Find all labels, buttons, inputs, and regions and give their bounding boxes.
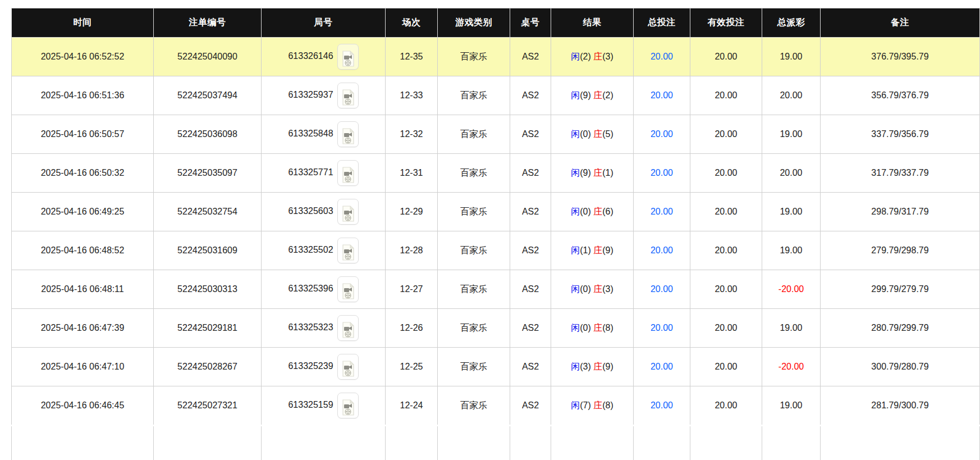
- cell-time: 2025-04-16 06:46:45: [12, 386, 154, 426]
- result-player-score: (2): [580, 52, 591, 61]
- cell-game-type: 百家乐: [438, 386, 510, 426]
- result-player-label: 闲: [571, 129, 580, 139]
- result-player-label: 闲: [571, 245, 580, 255]
- video-replay-button[interactable]: [337, 199, 359, 225]
- cell-remark: 337.79/356.79: [821, 115, 980, 154]
- result-player-label: 闲: [571, 284, 580, 294]
- cell-round-number: 613325502: [262, 231, 386, 270]
- cell-remark: 279.79/298.79: [821, 231, 980, 270]
- cell-total-bet-link[interactable]: 20.00: [634, 231, 690, 270]
- result-player-label: 闲: [571, 207, 580, 216]
- cell-bet-number: 522425040090: [154, 38, 262, 76]
- result-banker-score: (1): [602, 168, 613, 177]
- subtotal-label: 小计: [12, 426, 154, 460]
- cell-total-bet-link[interactable]: 20.00: [634, 76, 690, 115]
- cell-total-bet-link[interactable]: 20.00: [634, 348, 690, 386]
- video-replay-button[interactable]: [337, 121, 359, 147]
- subtotal-empty-session: [386, 426, 438, 460]
- result-banker-label: 庄: [593, 400, 602, 410]
- result-banker-score: (3): [602, 52, 613, 61]
- cell-total-bet-link[interactable]: 20.00: [634, 154, 690, 193]
- result-banker-label: 庄: [593, 52, 602, 61]
- subtotal-empty-round: [262, 426, 386, 460]
- cell-total-bet-link[interactable]: 20.00: [634, 38, 690, 76]
- cell-bet-number: 522425037494: [154, 76, 262, 115]
- column-header-round_no: 局号: [262, 8, 386, 38]
- table-row[interactable]: 2025-04-16 06:51:36522425037494613325937…: [12, 76, 980, 115]
- cell-table-number: AS2: [510, 348, 551, 386]
- video-replay-button[interactable]: [337, 83, 359, 108]
- table-row[interactable]: 2025-04-16 06:50:32522425035097613325771…: [12, 154, 980, 193]
- subtotal-count: 10: [154, 426, 262, 460]
- video-file-icon: [341, 128, 355, 145]
- cell-time: 2025-04-16 06:49:25: [12, 193, 154, 231]
- subtotal-empty-result: [551, 426, 634, 460]
- video-file-icon: [341, 322, 355, 339]
- video-replay-button[interactable]: [337, 354, 359, 380]
- cell-total-bet-link[interactable]: 20.00: [634, 115, 690, 154]
- table-row[interactable]: 2025-04-16 06:50:57522425036098613325848…: [12, 115, 980, 154]
- cell-valid-bet: 20.00: [690, 76, 762, 115]
- result-player-label: 闲: [571, 400, 580, 410]
- cell-bet-number: 522425027321: [154, 386, 262, 426]
- cell-bet-number: 522425032754: [154, 193, 262, 231]
- result-banker-score: (8): [602, 323, 613, 333]
- cell-result: 闲(9) 庄(2): [551, 76, 634, 115]
- result-player-score: (7): [580, 400, 591, 410]
- result-banker-label: 庄: [593, 323, 602, 333]
- video-replay-button[interactable]: [337, 315, 359, 341]
- subtotal-total-bet: 200.00: [634, 426, 690, 460]
- round-number-text: 613325848: [288, 129, 333, 138]
- video-replay-button[interactable]: [337, 160, 359, 186]
- video-replay-button[interactable]: [337, 238, 359, 263]
- result-player-label: 闲: [571, 168, 580, 177]
- column-header-table_no: 桌号: [510, 8, 551, 38]
- round-number-text: 613325159: [288, 400, 333, 409]
- table-row[interactable]: 2025-04-16 06:47:39522425029181613325323…: [12, 309, 980, 348]
- cell-game-type: 百家乐: [438, 270, 510, 309]
- cell-remark: 300.79/280.79: [821, 348, 980, 386]
- cell-total-bet-link[interactable]: 20.00: [634, 193, 690, 231]
- cell-valid-bet: 20.00: [690, 154, 762, 193]
- cell-total-bet-link[interactable]: 20.00: [634, 270, 690, 309]
- result-banker-score: (9): [602, 362, 613, 371]
- result-player-label: 闲: [571, 52, 580, 61]
- table-row[interactable]: 2025-04-16 06:52:52522425040090613326146…: [12, 38, 980, 76]
- cell-time: 2025-04-16 06:50:57: [12, 115, 154, 154]
- result-banker-score: (2): [602, 90, 613, 100]
- cell-game-type: 百家乐: [438, 309, 510, 348]
- result-player-score: (9): [580, 168, 591, 177]
- table-row[interactable]: 2025-04-16 06:49:25522425032754613325603…: [12, 193, 980, 231]
- result-player-score: (0): [580, 284, 591, 294]
- cell-time: 2025-04-16 06:47:39: [12, 309, 154, 348]
- cell-table-number: AS2: [510, 386, 551, 426]
- table-row[interactable]: 2025-04-16 06:47:10522425028267613325239…: [12, 348, 980, 386]
- cell-result: 闲(9) 庄(1): [551, 154, 634, 193]
- column-header-payout: 总派彩: [762, 8, 821, 38]
- video-replay-button[interactable]: [337, 276, 359, 302]
- cell-result: 闲(7) 庄(8): [551, 386, 634, 426]
- cell-payout: 19.00: [762, 193, 821, 231]
- cell-time: 2025-04-16 06:48:11: [12, 270, 154, 309]
- cell-session: 12-31: [386, 154, 438, 193]
- cell-remark: 280.79/299.79: [821, 309, 980, 348]
- result-banker-label: 庄: [593, 168, 602, 177]
- round-number-text: 613326146: [288, 51, 333, 61]
- page: 时间注单编号局号场次游戏类别桌号结果总投注有效投注总派彩备注 2025-04-1…: [0, 0, 980, 460]
- cell-bet-number: 522425029181: [154, 309, 262, 348]
- cell-total-bet-link[interactable]: 20.00: [634, 386, 690, 426]
- video-replay-button[interactable]: [337, 393, 359, 418]
- table-row[interactable]: 2025-04-16 06:48:11522425030313613325396…: [12, 270, 980, 309]
- cell-result: 闲(0) 庄(3): [551, 270, 634, 309]
- result-player-score: (1): [580, 245, 591, 255]
- cell-payout: 20.00: [762, 76, 821, 115]
- table-row[interactable]: 2025-04-16 06:48:52522425031609613325502…: [12, 231, 980, 270]
- cell-table-number: AS2: [510, 193, 551, 231]
- column-header-result: 结果: [551, 8, 634, 38]
- cell-round-number: 613326146: [262, 38, 386, 76]
- video-replay-button[interactable]: [337, 44, 359, 70]
- cell-total-bet-link[interactable]: 20.00: [634, 309, 690, 348]
- table-row[interactable]: 2025-04-16 06:46:45522425027321613325159…: [12, 386, 980, 426]
- cell-round-number: 613325239: [262, 348, 386, 386]
- cell-payout: 19.00: [762, 115, 821, 154]
